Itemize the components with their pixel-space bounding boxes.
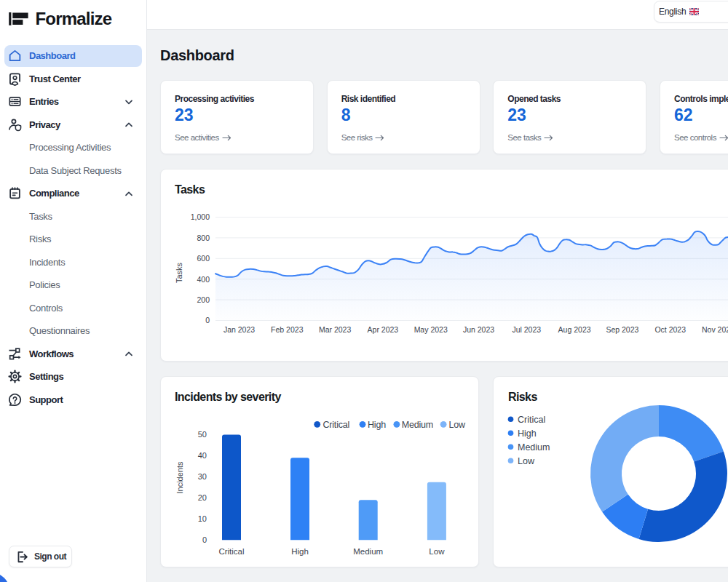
svg-text:May 2023: May 2023 [414,325,448,334]
svg-text:Jun 2023: Jun 2023 [463,325,494,334]
svg-text:Medium: Medium [518,442,550,453]
svg-text:400: 400 [197,275,210,284]
svg-text:Sep 2023: Sep 2023 [606,325,638,334]
svg-text:Medium: Medium [402,420,433,430]
svg-text:0: 0 [205,316,210,324]
svg-text:200: 200 [197,295,210,304]
svg-text:30: 30 [198,472,207,481]
svg-text:High: High [291,547,309,556]
svg-text:Low: Low [429,547,445,556]
svg-text:800: 800 [197,234,210,242]
svg-text:Feb 2023: Feb 2023 [271,325,304,334]
svg-text:Critical: Critical [323,420,350,430]
svg-text:0: 0 [202,535,207,544]
svg-text:Apr 2023: Apr 2023 [368,325,399,334]
svg-text:Jul 2023: Jul 2023 [512,325,541,334]
svg-text:Low: Low [448,420,466,430]
svg-text:20: 20 [198,493,207,502]
svg-text:Nov 2023: Nov 2023 [702,325,728,334]
svg-text:1,000: 1,000 [191,212,210,221]
svg-text:50: 50 [198,430,207,439]
svg-text:600: 600 [197,254,210,263]
svg-text:Critical: Critical [518,415,545,425]
svg-text:Aug 2023: Aug 2023 [558,325,591,334]
svg-text:Mar 2023: Mar 2023 [319,325,352,334]
svg-text:Oct 2023: Oct 2023 [654,325,686,334]
svg-text:Incidents: Incidents [175,461,184,494]
svg-text:Tasks: Tasks [175,262,183,283]
svg-text:Critical: Critical [218,547,244,556]
svg-text:10: 10 [198,514,207,523]
svg-text:40: 40 [198,451,207,460]
svg-text:Jan 2023: Jan 2023 [223,325,255,334]
svg-text:Medium: Medium [353,547,383,556]
svg-text:High: High [518,428,537,439]
svg-text:Low: Low [518,456,535,466]
svg-text:High: High [368,420,386,430]
